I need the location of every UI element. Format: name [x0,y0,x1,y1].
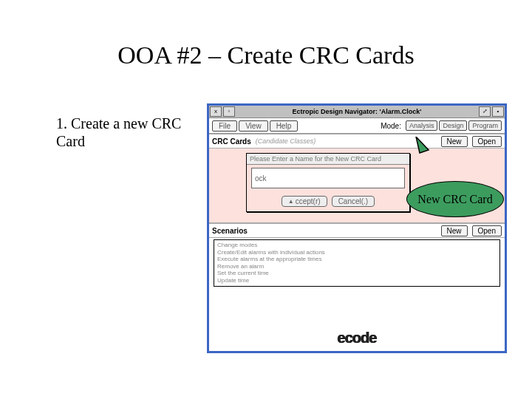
logo-area: ecode [209,330,505,347]
crc-section-hint: (Candidate Classes) [256,137,316,145]
crc-new-button[interactable]: New [441,136,468,147]
callout-bubble: New CRC Card [406,181,504,217]
list-item[interactable]: Change modes [217,242,497,249]
minimize-icon[interactable]: ▫ [223,106,235,117]
app-window: x ▫ Ectropic Design Navigator: 'Alarm.Cl… [207,103,507,353]
resize-icon[interactable]: ⤢ [479,106,491,117]
mode-program[interactable]: Program [468,120,502,131]
cancel-button-label: Cancel(.) [338,197,369,205]
crc-section-bar: CRC Cards (Candidate Classes) New Open [209,134,505,149]
accept-icon: ▲ [288,198,294,205]
list-item[interactable]: Update time [217,277,497,284]
mode-label: Mode: [381,122,404,130]
logo: ecode [338,330,377,347]
mode-analysis[interactable]: Analysis [406,120,438,131]
menu-view[interactable]: View [239,120,268,132]
scenarios-section-bar: Scenarios New Open [209,223,505,238]
list-item[interactable]: Create/Edit alarms with individual actio… [217,249,497,256]
menubar: File View Help Mode: Analysis Design Pro… [209,118,505,134]
scenarios-list[interactable]: Change modes Create/Edit alarms with ind… [214,239,500,287]
menu-help[interactable]: Help [270,120,299,132]
scenarios-section-label: Scenarios [212,227,248,235]
step-instruction: 1. Create a new CRC Card [56,115,189,150]
titlebar: x ▫ Ectropic Design Navigator: 'Alarm.Cl… [209,106,505,118]
window-menu-icon[interactable]: • [492,106,504,117]
svg-marker-0 [416,137,429,153]
window-title: Ectropic Design Navigator: 'Alarm.Clock' [236,106,478,117]
list-item[interactable]: Remove an alarm [217,263,497,270]
new-crc-dialog: Please Enter a Name for the New CRC Card… [246,153,410,212]
accept-button-label: ccept(r) [296,197,321,205]
list-item[interactable]: Execute alarms at the appropriate times [217,256,497,263]
mode-design[interactable]: Design [439,120,467,131]
crc-name-input[interactable] [251,168,405,188]
dialog-title: Please Enter a Name for the New CRC Card [247,154,409,165]
cancel-button[interactable]: Cancel(.) [332,196,375,207]
crc-open-button[interactable]: Open [472,136,502,147]
close-icon[interactable]: x [210,106,222,117]
list-item[interactable]: Set the current time [217,270,497,277]
callout: New CRC Card [406,181,504,217]
crc-section-label: CRC Cards [212,137,251,146]
menu-file[interactable]: File [212,120,237,132]
slide-title: OOA #2 – Create CRC Cards [0,41,532,69]
scenarios-new-button[interactable]: New [441,225,468,236]
scenarios-open-button[interactable]: Open [472,225,502,236]
accept-button[interactable]: ▲ ccept(r) [282,196,327,207]
